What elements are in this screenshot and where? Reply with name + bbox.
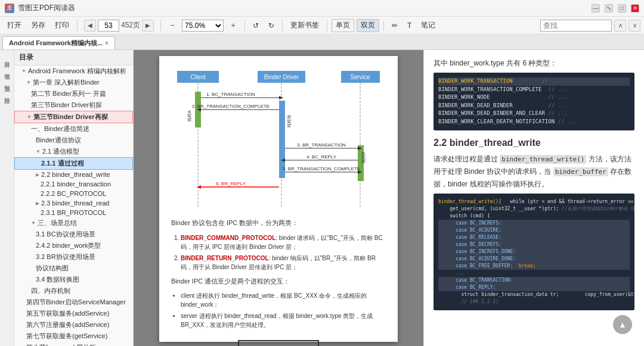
toc-title: 目录 <box>19 53 33 61</box>
toc-header: 目录 <box>14 50 133 66</box>
zoom-out-button[interactable]: － <box>165 19 179 32</box>
text-button[interactable]: T <box>404 19 415 32</box>
svg-text:Binder Driver: Binder Driver <box>264 74 299 80</box>
rp-code2-line-13: case BC_REPLY: <box>438 284 630 291</box>
sequence-diagram-svg: Client Binder Driver Service <box>171 68 386 211</box>
back-to-top-button[interactable]: ▲ <box>613 315 632 334</box>
toc-item-19[interactable]: 3.4 数据转换图 <box>14 274 133 285</box>
toc-item-23[interactable]: 第六节注册服务(addService) <box>14 319 133 331</box>
toc-item-3[interactable]: 第三节Binder Driver初探 <box>14 99 133 111</box>
separator-3 <box>244 20 245 31</box>
title-bar: 王 雪图王PDF阅读器 — ⤡ □ ✕ <box>0 0 644 17</box>
svg-text:4. BC_REPLY: 4. BC_REPLY <box>306 154 337 160</box>
rotate-left-button[interactable]: ↺ <box>249 19 262 32</box>
zoom-in-button[interactable]: ＋ <box>226 19 240 32</box>
svg-text:线程池: 线程池 <box>287 115 291 127</box>
svg-text:Client: Client <box>190 74 206 80</box>
app-title: 雪图王PDF阅读器 <box>18 3 75 13</box>
total-pages: 452页 <box>121 20 140 30</box>
close-button[interactable]: ✕ <box>631 4 639 13</box>
zoom-select[interactable]: 75.0% 100% 125% 150% <box>182 20 224 32</box>
document-tab[interactable]: Android Framework精编内核... × <box>2 36 115 49</box>
toc-item-13[interactable]: 2.3.1 BR_PROTOCOL <box>14 208 133 217</box>
separator-2 <box>160 20 161 31</box>
prev-page-button[interactable]: ◀ <box>84 20 96 32</box>
preview-side-icon[interactable]: 预览 <box>2 79 13 83</box>
rp-code2-line-5: case BC_ACQUIRE: <box>438 227 630 234</box>
separator-6 <box>383 20 384 31</box>
minimize-button[interactable]: — <box>592 4 600 13</box>
toc-item-0[interactable]: ▼ Android Framework 精编内核解析 <box>14 66 133 77</box>
toc-item-7[interactable]: ▼ 2.1 通信模型 <box>14 146 133 157</box>
rp-code-block-1: BINDER_WORK_TRANSACTION // ... BINDER_WO… <box>434 73 634 130</box>
toc-arrow-12: ▶ <box>36 201 39 206</box>
rotate-right-button[interactable]: ↻ <box>265 19 278 32</box>
update-bookmark-button[interactable]: 更新书签 <box>287 19 323 32</box>
page-navigation: ◀ 452页 ▶ <box>84 20 154 32</box>
rp-code2-line-8: case BC_INCREFS_DONE: <box>438 248 630 255</box>
save-button[interactable]: 另存 <box>27 19 49 32</box>
toc-item-4[interactable]: ▼ 第三节Binder Driver再探 <box>14 111 133 123</box>
svg-text:6. BR_REPLY: 6. BR_REPLY <box>216 181 246 186</box>
search-next-button[interactable]: ∨ <box>628 20 640 32</box>
single-page-button[interactable]: 单页 <box>332 19 354 32</box>
toc-item-1[interactable]: ▼ 第一章 深入解析Binder <box>14 77 133 88</box>
toc-item-11[interactable]: 2.2.2 BC_PROTOCOL <box>14 189 133 198</box>
toc-item-17[interactable]: 3.2 BR协议使用场景 <box>14 251 133 263</box>
svg-text:2. BR_TRANSACTION_COMPLETE: 2. BR_TRANSACTION_COMPLETE <box>192 104 270 109</box>
pencil-button[interactable]: ✏ <box>388 19 401 32</box>
search-area: ∧ ∨ <box>540 20 640 32</box>
toc-item-22[interactable]: 第五节获取服务(addService) <box>14 308 133 319</box>
restore-button[interactable]: ⤡ <box>605 4 613 13</box>
print-button[interactable]: 打印 <box>51 19 73 32</box>
maximize-button[interactable]: □ <box>618 4 626 13</box>
toc-item-6[interactable]: Binder通信协议 <box>14 135 133 146</box>
rp-code2-line-1: while (ptr < end && thread->return_error… <box>504 199 634 204</box>
rp-code2-line-15: copy_from_user(&tr, ptr, sizeof(tr)); //… <box>562 292 634 297</box>
toc-side-icon[interactable]: 目录 <box>2 55 13 60</box>
rp-code2-line-3: switch (cmd) { <box>438 213 490 219</box>
window-controls[interactable]: — ⤡ □ ✕ <box>592 4 639 13</box>
code-line-2: BINDER_WORK_NODE // ... <box>438 94 568 100</box>
search-prev-button[interactable]: ∧ <box>614 20 626 32</box>
toc-item-15[interactable]: 3.1 BC协议使用场景 <box>14 229 133 240</box>
toc-item-20[interactable]: 四、内存机制 <box>14 285 133 297</box>
toc-item-25[interactable]: 第八节framework层分析 <box>14 342 133 346</box>
toc-item-24[interactable]: 第七节获取服务(getService) <box>14 331 133 342</box>
rp-code2-line-14: struct binder_transaction_data tr; <box>438 292 559 297</box>
search-input[interactable] <box>540 20 612 32</box>
pdf-text-area: Binder 协议包含在 IPC 数据中，分为两类： BINDER_COMMAN… <box>171 218 386 346</box>
inline-code-1: binder_thread_write() <box>500 155 586 164</box>
svg-text:1. BC_TRANSACTION: 1. BC_TRANSACTION <box>206 92 255 97</box>
section-title-container: 2.1.1 通信过程 <box>171 334 386 346</box>
annotation-side-icon[interactable]: 注释 <box>2 91 13 95</box>
toc-item-14[interactable]: ▼ 三、场景总结 <box>14 217 133 229</box>
note-button[interactable]: 笔记 <box>417 19 439 32</box>
toc-arrow-7: ▼ <box>36 149 41 154</box>
svg-marker-28 <box>197 185 201 189</box>
separator-5 <box>327 20 327 31</box>
code-line-5: BINDER_WORK_CLEAR_DEATH_NOTIFICATION // … <box>438 119 577 124</box>
pdf-viewer[interactable]: Client Binder Driver Service <box>134 50 423 346</box>
toc-item-12[interactable]: ▶ 2.3 binder_thread_read <box>14 198 133 208</box>
toc-item-9[interactable]: ▶ 2.2 binder_thread_write <box>14 170 133 179</box>
open-button[interactable]: 打开 <box>4 19 25 32</box>
svg-text:线程A: 线程A <box>187 110 191 121</box>
toc-item-16[interactable]: 2.4.2 binder_work类型 <box>14 240 133 251</box>
rp-code2-line-11: ... <box>438 270 464 276</box>
tab-close-button[interactable]: × <box>105 40 109 46</box>
rp-code2-line-12: case BC_TRANSACTION: <box>438 277 630 284</box>
bookmark-side-icon[interactable]: 书签 <box>2 67 13 71</box>
dual-page-button[interactable]: 双页 <box>357 19 379 32</box>
page-number-input[interactable] <box>98 20 119 32</box>
toc-item-8[interactable]: 2.1.1 通过过程 <box>14 157 133 170</box>
separator-1 <box>77 20 78 31</box>
toc-item-10[interactable]: 2.2.1 binder_transaction <box>14 179 133 189</box>
next-page-button[interactable]: ▶ <box>142 20 154 32</box>
toc-item-21[interactable]: 第四节Binder启动ServiceManager <box>14 297 133 308</box>
toc-item-2[interactable]: 第二节 Binder系列一 开篇 <box>14 88 133 99</box>
toc-arrow-14: ▼ <box>31 220 36 226</box>
toc-item-5[interactable]: 一、Binder通信简述 <box>14 123 133 135</box>
toc-item-18[interactable]: 协议结构图 <box>14 263 133 274</box>
code-line-1: BINDER_WORK_TRANSACTION_COMPLETE // ... <box>438 86 568 92</box>
